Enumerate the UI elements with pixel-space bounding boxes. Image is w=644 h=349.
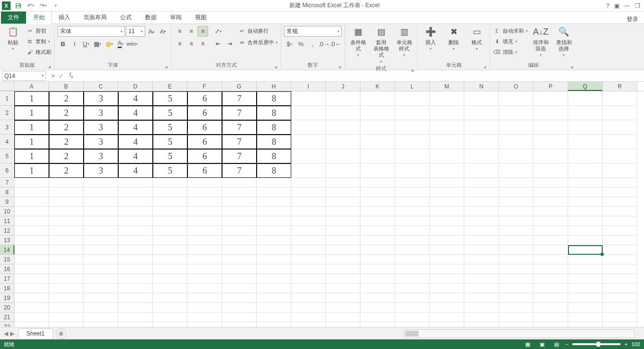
cell-O7[interactable]: [499, 178, 533, 187]
cell-O4[interactable]: [499, 135, 533, 149]
cell-J1[interactable]: [326, 91, 360, 106]
cell-M13[interactable]: [430, 236, 464, 245]
cell-N11[interactable]: [464, 216, 499, 226]
cell-M2[interactable]: [430, 106, 464, 120]
tab-formulas[interactable]: 公式: [113, 12, 138, 24]
cell-N5[interactable]: [464, 149, 499, 163]
cell-J12[interactable]: [326, 226, 360, 236]
cell-L17[interactable]: [395, 274, 430, 284]
increase-font-icon[interactable]: A▴: [146, 26, 157, 37]
cell-R2[interactable]: [603, 106, 637, 120]
cell-A9[interactable]: [14, 197, 49, 207]
cell-M12[interactable]: [430, 226, 464, 236]
cell-H12[interactable]: [257, 226, 291, 236]
cell-D19[interactable]: [118, 293, 153, 303]
cell-R18[interactable]: [603, 284, 637, 293]
cell-E7[interactable]: [153, 178, 187, 187]
cell-K8[interactable]: [360, 187, 395, 197]
sheet-nav-next-icon[interactable]: ▶: [10, 330, 14, 337]
cell-D12[interactable]: [118, 226, 153, 236]
ribbon-display-icon[interactable]: ▣: [614, 2, 619, 9]
cell-O11[interactable]: [499, 216, 533, 226]
font-size-select[interactable]: 11▾: [126, 26, 145, 37]
cell-C9[interactable]: [84, 197, 118, 207]
cell-H4[interactable]: 8: [257, 135, 291, 149]
cell-G7[interactable]: [222, 178, 257, 187]
cell-I1[interactable]: [291, 91, 326, 106]
cell-G11[interactable]: [222, 216, 257, 226]
cell-L8[interactable]: [395, 187, 430, 197]
row-header-14[interactable]: 14: [0, 245, 14, 255]
merge-center-button[interactable]: ⇔合并后居中▾: [238, 37, 278, 47]
cell-R19[interactable]: [603, 293, 637, 303]
cell-J18[interactable]: [326, 284, 360, 293]
cell-H22[interactable]: [257, 322, 291, 327]
cell-P16[interactable]: [533, 264, 568, 274]
fill-button[interactable]: ⬇填充▾: [493, 37, 528, 46]
cell-O17[interactable]: [499, 274, 533, 284]
cell-O5[interactable]: [499, 149, 533, 163]
cell-K17[interactable]: [360, 274, 395, 284]
tab-home[interactable]: 开始: [26, 11, 52, 24]
cell-G13[interactable]: [222, 236, 257, 245]
cell-J14[interactable]: [326, 245, 360, 255]
cell-L13[interactable]: [395, 236, 430, 245]
cell-E22[interactable]: [153, 322, 187, 327]
cell-D11[interactable]: [118, 216, 153, 226]
col-header-B[interactable]: B: [49, 82, 84, 91]
cell-C8[interactable]: [84, 187, 118, 197]
cell-R9[interactable]: [603, 197, 637, 207]
cell-A19[interactable]: [14, 293, 49, 303]
cell-C3[interactable]: 3: [84, 120, 118, 135]
cell-A5[interactable]: 1: [14, 149, 49, 163]
scrollbar-thumb[interactable]: [405, 331, 419, 337]
cell-C15[interactable]: [84, 255, 118, 264]
page-break-view-icon[interactable]: ▤: [551, 340, 562, 348]
cell-D3[interactable]: 4: [118, 120, 153, 135]
cell-G20[interactable]: [222, 303, 257, 312]
cell-L11[interactable]: [395, 216, 430, 226]
qat-customize-icon[interactable]: ▾: [51, 1, 61, 11]
cell-K2[interactable]: [360, 106, 395, 120]
cell-O16[interactable]: [499, 264, 533, 274]
tab-data[interactable]: 数据: [138, 12, 163, 24]
cell-D17[interactable]: [118, 274, 153, 284]
cell-P11[interactable]: [533, 216, 568, 226]
cell-J20[interactable]: [326, 303, 360, 312]
cell-Q1[interactable]: [568, 91, 603, 106]
cell-K7[interactable]: [360, 178, 395, 187]
cell-G18[interactable]: [222, 284, 257, 293]
maximize-icon[interactable]: ❐: [635, 2, 640, 9]
cell-P19[interactable]: [533, 293, 568, 303]
cell-A14[interactable]: [14, 245, 49, 255]
row-header-21[interactable]: 21: [0, 312, 14, 322]
col-header-E[interactable]: E: [153, 82, 187, 91]
cell-Q22[interactable]: [568, 322, 603, 327]
cell-J3[interactable]: [326, 120, 360, 135]
format-as-table-button[interactable]: ▤套用 表格格式▾: [371, 26, 391, 64]
cell-C2[interactable]: 3: [84, 106, 118, 120]
col-header-C[interactable]: C: [84, 82, 118, 91]
cell-K16[interactable]: [360, 264, 395, 274]
cell-I13[interactable]: [291, 236, 326, 245]
tab-review[interactable]: 审阅: [163, 12, 188, 24]
cell-P3[interactable]: [533, 120, 568, 135]
cell-P6[interactable]: [533, 163, 568, 178]
cell-E6[interactable]: 5: [153, 163, 187, 178]
cell-A3[interactable]: 1: [14, 120, 49, 135]
cell-Q14[interactable]: [568, 245, 603, 255]
col-header-K[interactable]: K: [360, 82, 395, 91]
cell-M17[interactable]: [430, 274, 464, 284]
accounting-format-icon[interactable]: $▾: [284, 38, 295, 49]
cell-H21[interactable]: [257, 312, 291, 322]
cell-Q4[interactable]: [568, 135, 603, 149]
row-header-15[interactable]: 15: [0, 255, 14, 264]
cell-F8[interactable]: [187, 187, 222, 197]
cell-I2[interactable]: [291, 106, 326, 120]
row-header-9[interactable]: 9: [0, 197, 14, 207]
cell-O21[interactable]: [499, 312, 533, 322]
col-header-F[interactable]: F: [187, 82, 222, 91]
cell-G5[interactable]: 7: [222, 149, 257, 163]
cell-D18[interactable]: [118, 284, 153, 293]
cell-D15[interactable]: [118, 255, 153, 264]
